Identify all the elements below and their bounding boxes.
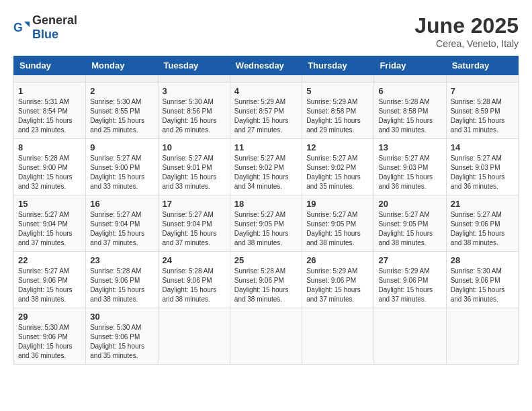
calendar-cell: 11 Sunrise: 5:27 AM Sunset: 9:02 PM Dayl…	[230, 139, 302, 195]
calendar-cell: 25 Sunrise: 5:28 AM Sunset: 9:06 PM Dayl…	[230, 252, 302, 308]
calendar-cell: 26 Sunrise: 5:29 AM Sunset: 9:06 PM Dayl…	[302, 252, 374, 308]
cell-info: Sunrise: 5:27 AM Sunset: 9:04 PM Dayligh…	[18, 210, 81, 248]
calendar-week-3: 15 Sunrise: 5:27 AM Sunset: 9:04 PM Dayl…	[14, 195, 519, 252]
cell-info: Sunrise: 5:29 AM Sunset: 9:06 PM Dayligh…	[306, 267, 369, 304]
calendar-table: SundayMondayTuesdayWednesdayThursdayFrid…	[13, 56, 519, 365]
day-number: 5	[306, 86, 369, 96]
day-number: 3	[163, 86, 226, 96]
calendar-cell: 20 Sunrise: 5:27 AM Sunset: 9:05 PM Dayl…	[374, 195, 446, 252]
weekday-header-monday: Monday	[86, 56, 158, 75]
weekday-header-row: SundayMondayTuesdayWednesdayThursdayFrid…	[14, 56, 519, 75]
calendar-week-2: 8 Sunrise: 5:28 AM Sunset: 9:00 PM Dayli…	[14, 139, 519, 195]
day-number: 4	[234, 86, 298, 96]
cell-info: Sunrise: 5:30 AM Sunset: 9:06 PM Dayligh…	[90, 323, 153, 361]
calendar-cell: 30 Sunrise: 5:30 AM Sunset: 9:06 PM Dayl…	[86, 308, 158, 365]
location-title: Cerea, Veneto, Italy	[414, 38, 519, 49]
day-number: 30	[90, 312, 153, 322]
logo-general-text: General	[32, 13, 77, 27]
calendar-cell	[302, 308, 374, 365]
calendar-cell: 16 Sunrise: 5:27 AM Sunset: 9:04 PM Dayl…	[86, 195, 158, 252]
cell-info: Sunrise: 5:28 AM Sunset: 8:58 PM Dayligh…	[378, 97, 441, 135]
calendar-cell: 2 Sunrise: 5:30 AM Sunset: 8:55 PM Dayli…	[86, 83, 158, 139]
calendar-cell: 12 Sunrise: 5:27 AM Sunset: 9:02 PM Dayl…	[302, 139, 374, 195]
weekday-header-thursday: Thursday	[302, 56, 374, 75]
cell-info: Sunrise: 5:28 AM Sunset: 9:06 PM Dayligh…	[163, 267, 226, 304]
cell-info: Sunrise: 5:31 AM Sunset: 8:54 PM Dayligh…	[18, 97, 81, 135]
cell-info: Sunrise: 5:27 AM Sunset: 9:03 PM Dayligh…	[451, 154, 514, 191]
title-area: June 2025 Cerea, Veneto, Italy	[414, 13, 519, 49]
day-number: 15	[18, 199, 81, 209]
calendar-cell: 4 Sunrise: 5:29 AM Sunset: 8:57 PM Dayli…	[230, 83, 302, 139]
day-number: 10	[163, 142, 226, 152]
cell-info: Sunrise: 5:30 AM Sunset: 8:55 PM Dayligh…	[90, 97, 153, 135]
calendar-cell: 24 Sunrise: 5:28 AM Sunset: 9:06 PM Dayl…	[158, 252, 230, 308]
day-number: 18	[234, 199, 298, 209]
cell-info: Sunrise: 5:27 AM Sunset: 9:01 PM Dayligh…	[163, 154, 226, 191]
calendar-cell	[302, 75, 374, 83]
calendar-cell: 5 Sunrise: 5:29 AM Sunset: 8:58 PM Dayli…	[302, 83, 374, 139]
cell-info: Sunrise: 5:30 AM Sunset: 9:06 PM Dayligh…	[451, 267, 514, 304]
calendar-cell: 27 Sunrise: 5:29 AM Sunset: 9:06 PM Dayl…	[374, 252, 446, 308]
cell-info: Sunrise: 5:29 AM Sunset: 9:06 PM Dayligh…	[378, 267, 441, 304]
day-number: 19	[306, 199, 369, 209]
day-number: 26	[306, 255, 369, 265]
calendar-cell: 17 Sunrise: 5:27 AM Sunset: 9:04 PM Dayl…	[158, 195, 230, 252]
cell-info: Sunrise: 5:27 AM Sunset: 9:06 PM Dayligh…	[451, 210, 514, 248]
day-number: 16	[90, 199, 153, 209]
day-number: 27	[378, 255, 441, 265]
day-number: 8	[18, 142, 81, 152]
cell-info: Sunrise: 5:27 AM Sunset: 9:04 PM Dayligh…	[163, 210, 226, 248]
weekday-header-friday: Friday	[374, 56, 446, 75]
day-number: 20	[378, 199, 441, 209]
calendar-cell	[14, 75, 86, 83]
day-number: 29	[18, 312, 81, 322]
cell-info: Sunrise: 5:28 AM Sunset: 9:06 PM Dayligh…	[90, 267, 153, 304]
day-number: 22	[18, 255, 81, 265]
cell-info: Sunrise: 5:28 AM Sunset: 9:06 PM Dayligh…	[234, 267, 298, 304]
calendar-cell: 8 Sunrise: 5:28 AM Sunset: 9:00 PM Dayli…	[14, 139, 86, 195]
month-title: June 2025	[414, 13, 519, 38]
day-number: 21	[451, 199, 514, 209]
calendar-cell: 3 Sunrise: 5:30 AM Sunset: 8:56 PM Dayli…	[158, 83, 230, 139]
day-number: 12	[306, 142, 369, 152]
weekday-header-wednesday: Wednesday	[230, 56, 302, 75]
header-area: G General Blue June 2025 Cerea, Veneto, …	[13, 13, 519, 49]
logo: G General Blue	[13, 13, 77, 42]
cell-info: Sunrise: 5:30 AM Sunset: 9:06 PM Dayligh…	[18, 323, 81, 361]
calendar-cell: 1 Sunrise: 5:31 AM Sunset: 8:54 PM Dayli…	[14, 83, 86, 139]
day-number: 2	[90, 86, 153, 96]
calendar-cell: 23 Sunrise: 5:28 AM Sunset: 9:06 PM Dayl…	[86, 252, 158, 308]
cell-info: Sunrise: 5:27 AM Sunset: 9:05 PM Dayligh…	[306, 210, 369, 248]
day-number: 11	[234, 142, 298, 152]
calendar-cell	[446, 75, 518, 83]
calendar-cell: 6 Sunrise: 5:28 AM Sunset: 8:58 PM Dayli…	[374, 83, 446, 139]
day-number: 14	[451, 142, 514, 152]
day-number: 1	[18, 86, 81, 96]
day-number: 23	[90, 255, 153, 265]
calendar-cell: 7 Sunrise: 5:28 AM Sunset: 8:59 PM Dayli…	[446, 83, 518, 139]
calendar-cell: 19 Sunrise: 5:27 AM Sunset: 9:05 PM Dayl…	[302, 195, 374, 252]
calendar-cell	[374, 75, 446, 83]
day-number: 7	[451, 86, 514, 96]
calendar-cell: 18 Sunrise: 5:27 AM Sunset: 9:05 PM Dayl…	[230, 195, 302, 252]
calendar-cell: 15 Sunrise: 5:27 AM Sunset: 9:04 PM Dayl…	[14, 195, 86, 252]
calendar-cell: 22 Sunrise: 5:27 AM Sunset: 9:06 PM Dayl…	[14, 252, 86, 308]
svg-marker-1	[24, 21, 30, 27]
weekday-header-saturday: Saturday	[446, 56, 518, 75]
calendar-cell	[374, 308, 446, 365]
cell-info: Sunrise: 5:27 AM Sunset: 9:05 PM Dayligh…	[234, 210, 298, 248]
calendar-cell	[230, 75, 302, 83]
cell-info: Sunrise: 5:27 AM Sunset: 9:04 PM Dayligh…	[90, 210, 153, 248]
calendar-week-5: 29 Sunrise: 5:30 AM Sunset: 9:06 PM Dayl…	[14, 308, 519, 365]
weekday-header-sunday: Sunday	[14, 56, 86, 75]
calendar-cell: 29 Sunrise: 5:30 AM Sunset: 9:06 PM Dayl…	[14, 308, 86, 365]
day-number: 24	[163, 255, 226, 265]
cell-info: Sunrise: 5:27 AM Sunset: 9:02 PM Dayligh…	[306, 154, 369, 191]
cell-info: Sunrise: 5:27 AM Sunset: 9:05 PM Dayligh…	[378, 210, 441, 248]
day-number: 6	[378, 86, 441, 96]
day-number: 13	[378, 142, 441, 152]
calendar-cell	[446, 308, 518, 365]
calendar-cell: 28 Sunrise: 5:30 AM Sunset: 9:06 PM Dayl…	[446, 252, 518, 308]
cell-info: Sunrise: 5:28 AM Sunset: 9:00 PM Dayligh…	[18, 154, 81, 191]
cell-info: Sunrise: 5:27 AM Sunset: 9:03 PM Dayligh…	[378, 154, 441, 191]
